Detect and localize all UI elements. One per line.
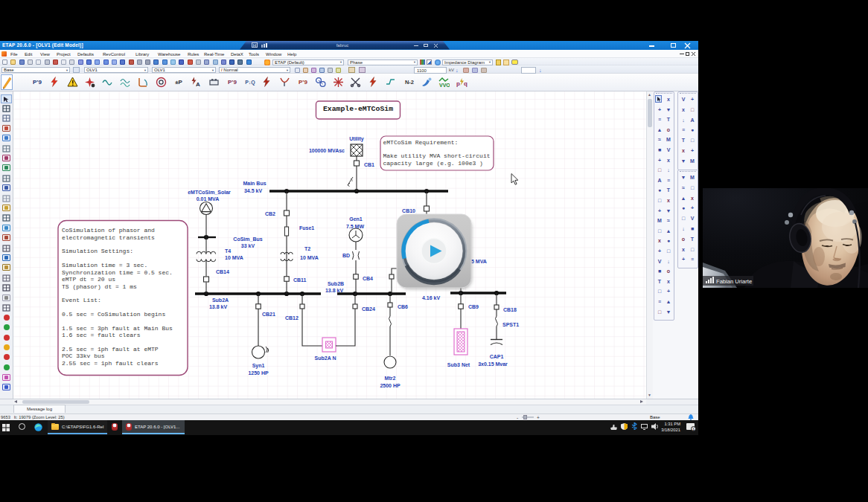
svg-text:p: p bbox=[456, 80, 460, 87]
svg-text:q: q bbox=[464, 80, 467, 87]
svg-text:SPST1: SPST1 bbox=[502, 322, 519, 327]
svg-text:Simulation time = 3 sec.: Simulation time = 3 sec. bbox=[62, 262, 147, 268]
svg-text:Make utility MVA short-circuit: Make utility MVA short-circuit bbox=[383, 152, 491, 159]
svg-text:13.8 kV: 13.8 kV bbox=[209, 304, 227, 309]
svg-text:CB12: CB12 bbox=[285, 315, 299, 321]
svg-text:10 MVA: 10 MVA bbox=[225, 255, 243, 260]
svg-text:0.5 sec = CoSimulation begins: 0.5 sec = CoSimulation begins bbox=[62, 311, 165, 318]
svg-text:Utility: Utility bbox=[349, 136, 364, 142]
svg-text:13.8 kV: 13.8 kV bbox=[325, 288, 343, 293]
svg-text:2.5 sec = 1ph fault at eMTP: 2.5 sec = 1ph fault at eMTP bbox=[62, 346, 159, 353]
svg-text:VVO: VVO bbox=[439, 83, 450, 88]
svg-text:CAP1: CAP1 bbox=[490, 354, 504, 359]
svg-text:CB21: CB21 bbox=[262, 312, 275, 317]
svg-text:10 MVA: 10 MVA bbox=[300, 255, 319, 260]
svg-text:eMTCoSim_Solar: eMTCoSim_Solar bbox=[188, 190, 231, 195]
svg-text:100000 MVAsc: 100000 MVAsc bbox=[309, 148, 345, 153]
svg-text:Main Bus: Main Bus bbox=[243, 181, 266, 186]
svg-text:CB14: CB14 bbox=[216, 269, 229, 274]
svg-text:2500 HP: 2500 HP bbox=[380, 383, 401, 388]
svg-text:Sub2B: Sub2B bbox=[328, 281, 344, 286]
svg-text:CB6: CB6 bbox=[398, 304, 408, 309]
svg-text:1.5 sec = 3ph fault at Main Bu: 1.5 sec = 3ph fault at Main Bus bbox=[62, 325, 173, 332]
svg-text:CoSim_Bus: CoSim_Bus bbox=[233, 236, 262, 242]
svg-text:Sub2A: Sub2A bbox=[212, 297, 229, 303]
svg-text:Syn1: Syn1 bbox=[252, 363, 265, 369]
svg-text:4.16 kV: 4.16 kV bbox=[422, 295, 440, 300]
svg-text:CoSimulation of phasor and: CoSimulation of phasor and bbox=[62, 227, 155, 234]
svg-text:capacity large (e.g. 100e3 ): capacity large (e.g. 100e3 ) bbox=[383, 160, 483, 167]
svg-text:1.6 sec = fault clears: 1.6 sec = fault clears bbox=[62, 332, 141, 338]
svg-text:CB9: CB9 bbox=[468, 304, 479, 309]
svg-text:CB18: CB18 bbox=[503, 307, 517, 312]
svg-text:Sub3 Net: Sub3 Net bbox=[447, 362, 470, 367]
svg-text:1250 HP: 1250 HP bbox=[248, 370, 269, 376]
svg-text:2.55 sec = 1ph fault clears: 2.55 sec = 1ph fault clears bbox=[62, 360, 159, 367]
svg-text:CB1: CB1 bbox=[364, 162, 374, 167]
svg-text:33 kV: 33 kV bbox=[241, 243, 255, 248]
svg-text:34.5 kV: 34.5 kV bbox=[244, 188, 262, 193]
svg-text:7.5 MW: 7.5 MW bbox=[346, 224, 365, 229]
svg-text:eMTP dt = 20 us: eMTP dt = 20 us bbox=[62, 276, 115, 283]
svg-text:CB24: CB24 bbox=[362, 306, 375, 312]
svg-text:TS (phasor) dt = 1 ms: TS (phasor) dt = 1 ms bbox=[62, 283, 137, 290]
svg-text:CB11: CB11 bbox=[293, 277, 307, 283]
svg-text:CB4: CB4 bbox=[363, 276, 373, 281]
svg-text:CB10: CB10 bbox=[402, 208, 415, 213]
svg-text:Fabian Uriarte: Fabian Uriarte bbox=[716, 278, 752, 285]
svg-text:BD: BD bbox=[342, 253, 350, 258]
svg-text:electromagnetic transients: electromagnetic transients bbox=[62, 234, 155, 241]
svg-text:CB2: CB2 bbox=[265, 211, 275, 216]
svg-text:0.01 MVA: 0.01 MVA bbox=[197, 196, 220, 202]
svg-text:5 MVA: 5 MVA bbox=[471, 259, 487, 264]
svg-text:Synchronization time = 0.5 sec: Synchronization time = 0.5 sec. bbox=[62, 269, 173, 276]
svg-text:T4: T4 bbox=[225, 248, 231, 254]
svg-text:3x0.15 Mvar: 3x0.15 Mvar bbox=[478, 361, 508, 367]
svg-text:Simulation Settings:: Simulation Settings: bbox=[62, 248, 133, 254]
svg-text:T2: T2 bbox=[304, 246, 310, 251]
svg-text:Example-eMTCoSim: Example-eMTCoSim bbox=[323, 105, 393, 113]
svg-text:Fuse1: Fuse1 bbox=[299, 225, 314, 231]
svg-text:A: A bbox=[196, 81, 200, 88]
svg-text:Gen1: Gen1 bbox=[349, 216, 363, 222]
svg-text:Sub2A N: Sub2A N bbox=[315, 355, 336, 361]
svg-text:eMTCoSim Requirement:: eMTCoSim Requirement: bbox=[383, 139, 459, 146]
svg-text:POC 33kv bus: POC 33kv bus bbox=[62, 353, 105, 359]
svg-text:Mtr2: Mtr2 bbox=[385, 376, 396, 381]
svg-text:Event List:: Event List: bbox=[62, 297, 101, 303]
